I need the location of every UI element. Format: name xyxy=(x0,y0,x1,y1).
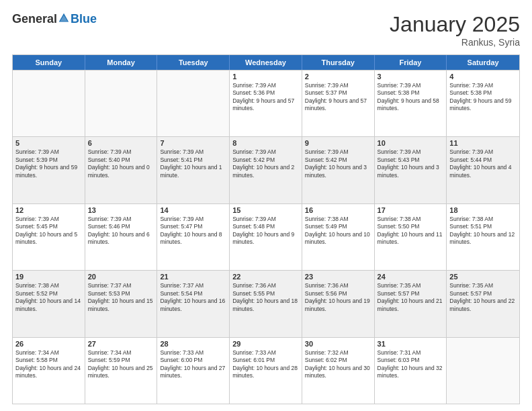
day-cell-6: 6Sunrise: 7:39 AM Sunset: 5:40 PM Daylig… xyxy=(85,137,158,203)
weekday-header-monday: Monday xyxy=(85,55,158,70)
calendar-row-3: 19Sunrise: 7:38 AM Sunset: 5:52 PM Dayli… xyxy=(13,270,519,336)
day-info: Sunrise: 7:39 AM Sunset: 5:38 PM Dayligh… xyxy=(449,82,517,113)
day-number: 4 xyxy=(449,73,517,81)
day-number: 30 xyxy=(305,340,371,348)
day-cell-9: 9Sunrise: 7:39 AM Sunset: 5:42 PM Daylig… xyxy=(302,137,375,203)
day-info: Sunrise: 7:35 AM Sunset: 5:57 PM Dayligh… xyxy=(449,282,517,313)
day-number: 11 xyxy=(449,139,517,147)
day-info: Sunrise: 7:33 AM Sunset: 6:01 PM Dayligh… xyxy=(232,349,299,380)
day-cell-7: 7Sunrise: 7:39 AM Sunset: 5:41 PM Daylig… xyxy=(157,137,230,203)
day-info: Sunrise: 7:38 AM Sunset: 5:49 PM Dayligh… xyxy=(305,216,371,246)
day-cell-2: 2Sunrise: 7:39 AM Sunset: 5:37 PM Daylig… xyxy=(302,71,375,136)
day-info: Sunrise: 7:39 AM Sunset: 5:38 PM Dayligh… xyxy=(378,82,444,113)
calendar-row-1: 5Sunrise: 7:39 AM Sunset: 5:39 PM Daylig… xyxy=(13,136,519,203)
day-number: 13 xyxy=(88,206,154,214)
day-info: Sunrise: 7:39 AM Sunset: 5:43 PM Dayligh… xyxy=(378,148,444,179)
day-cell-10: 10Sunrise: 7:39 AM Sunset: 5:43 PM Dayli… xyxy=(375,137,447,203)
day-number: 20 xyxy=(88,273,154,281)
day-cell-27: 27Sunrise: 7:34 AM Sunset: 5:59 PM Dayli… xyxy=(85,338,158,404)
calendar-page: General Blue January 2025 Rankus, Syria … xyxy=(0,0,532,411)
day-info: Sunrise: 7:34 AM Sunset: 5:59 PM Dayligh… xyxy=(88,349,154,380)
day-cell-26: 26Sunrise: 7:34 AM Sunset: 5:58 PM Dayli… xyxy=(13,338,85,404)
day-number: 26 xyxy=(15,340,82,348)
day-info: Sunrise: 7:39 AM Sunset: 5:45 PM Dayligh… xyxy=(15,216,82,246)
logo-general-text: General xyxy=(12,12,57,26)
day-number: 17 xyxy=(378,206,444,214)
day-number: 9 xyxy=(305,139,371,147)
day-info: Sunrise: 7:39 AM Sunset: 5:40 PM Dayligh… xyxy=(88,148,154,179)
day-info: Sunrise: 7:39 AM Sunset: 5:48 PM Dayligh… xyxy=(232,216,299,246)
day-info: Sunrise: 7:32 AM Sunset: 6:02 PM Dayligh… xyxy=(305,349,371,380)
calendar-row-4: 26Sunrise: 7:34 AM Sunset: 5:58 PM Dayli… xyxy=(13,337,519,404)
day-cell-3: 3Sunrise: 7:39 AM Sunset: 5:38 PM Daylig… xyxy=(375,71,447,136)
day-info: Sunrise: 7:39 AM Sunset: 5:41 PM Dayligh… xyxy=(160,148,226,179)
logo: General Blue xyxy=(12,12,97,26)
day-info: Sunrise: 7:34 AM Sunset: 5:58 PM Dayligh… xyxy=(15,349,82,380)
day-cell-31: 31Sunrise: 7:31 AM Sunset: 6:03 PM Dayli… xyxy=(375,338,447,404)
day-cell-5: 5Sunrise: 7:39 AM Sunset: 5:39 PM Daylig… xyxy=(13,137,85,203)
day-info: Sunrise: 7:39 AM Sunset: 5:37 PM Dayligh… xyxy=(305,82,371,113)
day-cell-13: 13Sunrise: 7:39 AM Sunset: 5:46 PM Dayli… xyxy=(85,204,158,270)
day-cell-15: 15Sunrise: 7:39 AM Sunset: 5:48 PM Dayli… xyxy=(230,204,302,270)
location: Rankus, Syria xyxy=(390,37,520,48)
empty-cell-0-0 xyxy=(13,71,85,136)
day-number: 31 xyxy=(378,340,444,348)
day-number: 1 xyxy=(232,73,299,81)
day-info: Sunrise: 7:39 AM Sunset: 5:39 PM Dayligh… xyxy=(15,148,82,179)
day-info: Sunrise: 7:36 AM Sunset: 5:56 PM Dayligh… xyxy=(305,282,371,313)
logo-blue-text: Blue xyxy=(71,12,97,26)
day-number: 16 xyxy=(305,206,371,214)
day-number: 3 xyxy=(378,73,444,81)
day-number: 29 xyxy=(232,340,299,348)
day-cell-1: 1Sunrise: 7:39 AM Sunset: 5:36 PM Daylig… xyxy=(230,71,302,136)
empty-cell-0-2 xyxy=(157,71,230,136)
day-number: 7 xyxy=(160,139,226,147)
day-info: Sunrise: 7:35 AM Sunset: 5:57 PM Dayligh… xyxy=(378,282,444,313)
day-info: Sunrise: 7:39 AM Sunset: 5:44 PM Dayligh… xyxy=(449,148,517,179)
empty-cell-4-6 xyxy=(447,338,519,404)
day-cell-23: 23Sunrise: 7:36 AM Sunset: 5:56 PM Dayli… xyxy=(302,271,375,336)
calendar-row-0: 1Sunrise: 7:39 AM Sunset: 5:36 PM Daylig… xyxy=(13,70,519,136)
day-number: 25 xyxy=(449,273,517,281)
day-cell-29: 29Sunrise: 7:33 AM Sunset: 6:01 PM Dayli… xyxy=(230,338,302,404)
day-cell-30: 30Sunrise: 7:32 AM Sunset: 6:02 PM Dayli… xyxy=(302,338,375,404)
logo-icon xyxy=(58,12,70,24)
day-number: 19 xyxy=(15,273,82,281)
day-cell-8: 8Sunrise: 7:39 AM Sunset: 5:42 PM Daylig… xyxy=(230,137,302,203)
day-cell-14: 14Sunrise: 7:39 AM Sunset: 5:47 PM Dayli… xyxy=(157,204,230,270)
day-info: Sunrise: 7:37 AM Sunset: 5:53 PM Dayligh… xyxy=(88,282,154,313)
day-number: 10 xyxy=(378,139,444,147)
day-info: Sunrise: 7:38 AM Sunset: 5:50 PM Dayligh… xyxy=(378,216,444,246)
day-info: Sunrise: 7:33 AM Sunset: 6:00 PM Dayligh… xyxy=(160,349,226,380)
day-number: 23 xyxy=(305,273,371,281)
day-cell-4: 4Sunrise: 7:39 AM Sunset: 5:38 PM Daylig… xyxy=(447,71,519,136)
day-info: Sunrise: 7:37 AM Sunset: 5:54 PM Dayligh… xyxy=(160,282,226,313)
day-cell-16: 16Sunrise: 7:38 AM Sunset: 5:49 PM Dayli… xyxy=(302,204,375,270)
title-block: January 2025 Rankus, Syria xyxy=(390,12,520,48)
day-info: Sunrise: 7:36 AM Sunset: 5:55 PM Dayligh… xyxy=(232,282,299,313)
weekday-header-saturday: Saturday xyxy=(447,55,519,70)
day-cell-20: 20Sunrise: 7:37 AM Sunset: 5:53 PM Dayli… xyxy=(85,271,158,336)
day-number: 18 xyxy=(449,206,517,214)
day-cell-19: 19Sunrise: 7:38 AM Sunset: 5:52 PM Dayli… xyxy=(13,271,85,336)
day-number: 8 xyxy=(232,139,299,147)
day-info: Sunrise: 7:39 AM Sunset: 5:36 PM Dayligh… xyxy=(232,82,299,113)
day-number: 28 xyxy=(160,340,226,348)
day-cell-22: 22Sunrise: 7:36 AM Sunset: 5:55 PM Dayli… xyxy=(230,271,302,336)
day-cell-17: 17Sunrise: 7:38 AM Sunset: 5:50 PM Dayli… xyxy=(375,204,447,270)
weekday-header-thursday: Thursday xyxy=(302,55,375,70)
day-info: Sunrise: 7:39 AM Sunset: 5:42 PM Dayligh… xyxy=(232,148,299,179)
day-number: 6 xyxy=(88,139,154,147)
day-cell-12: 12Sunrise: 7:39 AM Sunset: 5:45 PM Dayli… xyxy=(13,204,85,270)
calendar-body: 1Sunrise: 7:39 AM Sunset: 5:36 PM Daylig… xyxy=(13,70,519,404)
header: General Blue January 2025 Rankus, Syria xyxy=(12,12,520,48)
day-info: Sunrise: 7:38 AM Sunset: 5:51 PM Dayligh… xyxy=(449,216,517,246)
day-cell-25: 25Sunrise: 7:35 AM Sunset: 5:57 PM Dayli… xyxy=(447,271,519,336)
weekday-header-sunday: Sunday xyxy=(13,55,85,70)
weekday-header-tuesday: Tuesday xyxy=(157,55,230,70)
weekday-header-wednesday: Wednesday xyxy=(230,55,302,70)
calendar-header: SundayMondayTuesdayWednesdayThursdayFrid… xyxy=(13,55,519,70)
day-cell-28: 28Sunrise: 7:33 AM Sunset: 6:00 PM Dayli… xyxy=(157,338,230,404)
day-info: Sunrise: 7:31 AM Sunset: 6:03 PM Dayligh… xyxy=(378,349,444,380)
day-info: Sunrise: 7:39 AM Sunset: 5:46 PM Dayligh… xyxy=(88,216,154,246)
